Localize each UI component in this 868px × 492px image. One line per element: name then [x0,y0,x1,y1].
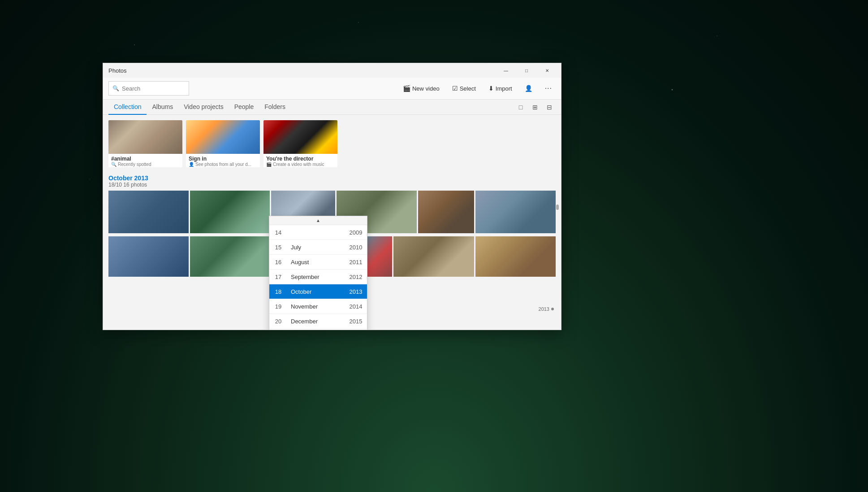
tab-video-projects[interactable]: Video projects [178,100,229,115]
picker-num-16: 16 [269,259,287,266]
picker-scroll-up[interactable]: ▲ [269,216,367,225]
picker-month-august: August [287,259,345,266]
recently-spotted-icon: 🔍 [111,162,117,167]
card-director[interactable]: You're the director 🎬 Create a video wit… [263,120,337,167]
section-title: October 2013 [108,174,556,182]
photo-thumb-5[interactable] [418,191,474,233]
card-director-info: You're the director 🎬 Create a video wit… [263,154,337,167]
new-video-icon: 🎬 [403,85,410,92]
title-bar-left: Photos [108,67,126,74]
card-animal[interactable]: #animal 🔍 Recently spotted [108,120,182,167]
card-signin-subtitle: 👤 See photos from all your d... [189,162,257,167]
new-video-button[interactable]: 🎬 New video [399,83,443,94]
view-single-button[interactable]: □ [514,101,527,113]
search-box[interactable]: 🔍 [108,81,189,96]
picker-month-october: October [287,288,345,295]
select-icon: ☑ [452,85,458,92]
maximize-button[interactable]: □ [516,63,537,78]
view-grid-button[interactable]: ⊞ [529,101,541,113]
import-label: Import [496,85,512,92]
photo-thumb-11[interactable] [475,236,556,277]
picker-month-december: December [287,318,345,325]
user-icon: 👤 [525,85,532,92]
picker-month-september: September [287,274,345,280]
toolbar-right: 🎬 New video ☑ Select ⬇ Import 👤 ··· [399,83,556,94]
picker-year-18: 2013 [345,288,367,295]
card-animal-subtitle: 🔍 Recently spotted [111,162,180,167]
year-dot [551,308,554,310]
picker-num-20: 20 [269,318,287,325]
app-window: Photos — □ ✕ 🔍 🎬 New video ☑ Select ⬇ Im… [103,63,561,330]
picker-year-20: 2015 [345,318,367,325]
picker-row-14[interactable]: 14 2009 [269,225,367,240]
picker-num-17: 17 [269,274,287,280]
photo-thumb-10[interactable] [393,236,474,277]
photo-thumb-2[interactable] [190,191,270,233]
section-meta: 18/10 16 photos [108,182,556,188]
photo-thumb-6[interactable] [475,191,556,233]
photo-thumb-8[interactable] [190,236,270,277]
more-button[interactable]: ··· [541,83,556,94]
picker-year-17: 2012 [345,274,367,280]
signin-icon: 👤 [189,162,194,167]
picker-year-16: 2011 [345,259,367,266]
tab-people[interactable]: People [229,100,259,115]
picker-year-14: 2009 [345,229,367,236]
year-label: 2013 [539,306,554,312]
photo-thumb-1[interactable] [108,191,189,233]
picker-num-19: 19 [269,303,287,310]
picker-row-21[interactable]: 21 January 2016 [269,329,367,330]
more-icon: ··· [545,84,552,92]
tab-albums[interactable]: Albums [147,100,178,115]
picker-row-15[interactable]: 15 July 2010 [269,240,367,255]
view-small-button[interactable]: ⊟ [543,101,556,113]
card-animal-bg [108,120,182,154]
date-picker-popup: ▲ 14 2009 15 July 2010 16 August 2011 17 [269,216,367,330]
nav-tabs: Collection Albums Video projects People … [103,100,561,115]
picker-num-18: 18 [269,288,287,295]
picker-row-20[interactable]: 20 December 2015 [269,314,367,329]
card-signin[interactable]: Sign in 👤 See photos from all your d... [186,120,260,167]
card-animal-info: #animal 🔍 Recently spotted [108,154,182,167]
search-icon: 🔍 [112,85,119,91]
import-icon: ⬇ [488,85,494,92]
scroll-indicator [556,178,559,267]
picker-row-17[interactable]: 17 September 2012 [269,270,367,284]
picker-month-november: November [287,303,345,310]
tab-folders[interactable]: Folders [259,100,291,115]
card-director-subtitle: 🎬 Create a video with music [266,162,335,167]
photo-thumb-7[interactable] [108,236,189,277]
import-button[interactable]: ⬇ Import [485,83,516,94]
toolbar: 🔍 🎬 New video ☑ Select ⬇ Import 👤 ··· [103,78,561,100]
picker-year-19: 2014 [345,303,367,310]
card-director-title: You're the director [266,156,335,162]
section-header: October 2013 18/10 16 photos [103,173,561,189]
picker-num-15: 15 [269,244,287,251]
card-signin-title: Sign in [189,156,257,162]
search-input[interactable] [122,85,185,92]
picker-row-19[interactable]: 19 November 2014 [269,299,367,314]
view-controls: □ ⊞ ⊟ [514,101,556,113]
new-video-label: New video [412,85,440,92]
picker-year-15: 2010 [345,244,367,251]
select-label: Select [460,85,476,92]
title-bar: Photos — □ ✕ [103,63,561,78]
year-text: 2013 [539,306,549,312]
select-button[interactable]: ☑ Select [449,83,479,94]
app-title: Photos [108,67,126,74]
picker-row-18[interactable]: 18 October 2013 [269,284,367,299]
close-button[interactable]: ✕ [537,63,557,78]
tab-collection[interactable]: Collection [108,100,147,115]
card-signin-bg [186,120,260,154]
user-button[interactable]: 👤 [521,83,536,94]
title-bar-controls: — □ ✕ [496,63,557,78]
minimize-button[interactable]: — [496,63,516,78]
picker-num-14: 14 [269,229,287,236]
picker-month-july: July [287,244,345,251]
director-icon: 🎬 [266,162,272,167]
main-content: #animal 🔍 Recently spotted Sign in 👤 See… [103,115,561,330]
featured-cards: #animal 🔍 Recently spotted Sign in 👤 See… [103,115,561,173]
card-animal-title: #animal [111,156,180,162]
picker-row-16[interactable]: 16 August 2011 [269,255,367,270]
scroll-thumb[interactable] [556,205,559,210]
